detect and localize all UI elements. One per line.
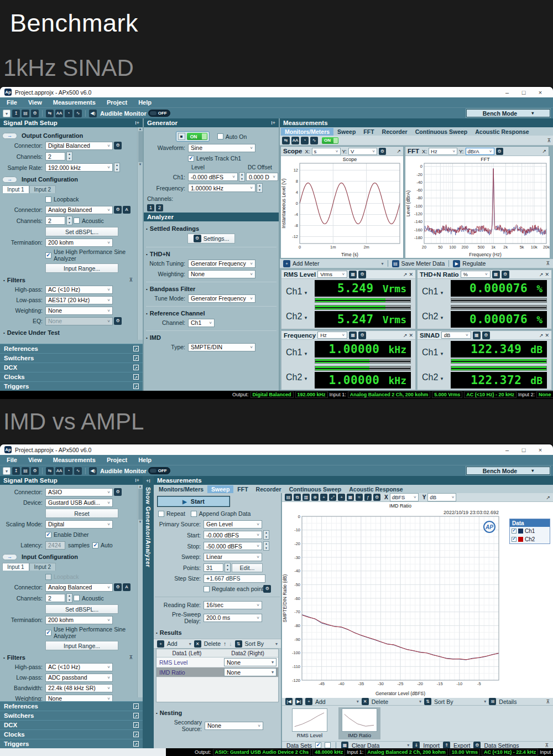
menu-item[interactable]: Help — [138, 457, 152, 463]
gear-icon[interactable]: ⚙ — [358, 332, 366, 339]
connector-select[interactable]: Analog Balanced˅ — [45, 206, 113, 214]
meter-display-icon[interactable]: ▦ — [492, 271, 500, 278]
sort-icon[interactable]: ⇅ — [235, 640, 242, 648]
frequency-select[interactable]: 1.00000 kHz˅ — [188, 184, 255, 192]
open-icon[interactable]: ↥ — [12, 110, 20, 117]
print-icon[interactable]: ▥ — [302, 494, 310, 501]
results-table-row[interactable]: RMS LevelNone▾ — [156, 657, 278, 667]
audible-monitor-toggle[interactable]: OFF — [148, 467, 170, 474]
measurement-tab[interactable]: Monitors/Meters — [155, 485, 207, 493]
notch-tuning-select[interactable]: Generator Frequency˅ — [188, 260, 255, 268]
eq-select[interactable]: None˅ — [45, 317, 113, 325]
sweep-select[interactable]: Linear˅ — [204, 553, 262, 561]
collapse-icon[interactable]: ⊼ — [129, 277, 133, 283]
gear-icon[interactable]: ⚙ — [114, 317, 122, 325]
minimize-button[interactable]: – — [499, 447, 515, 453]
add-icon[interactable]: + — [157, 640, 164, 648]
legend-item[interactable]: Ch2 — [510, 535, 550, 543]
add-meter-button[interactable]: Add Meter — [293, 260, 319, 267]
nav-last-icon[interactable]: ▶| — [295, 698, 302, 705]
low-pass-select[interactable]: ADC passband˅ — [45, 674, 113, 682]
pin-icon[interactable]: ⊼ — [546, 261, 550, 266]
meter-unit-select[interactable]: dB˅ — [441, 332, 471, 339]
meter-unit-select[interactable]: %˅ — [461, 271, 491, 278]
type-select[interactable]: SMPTE/DIN˅ — [188, 343, 255, 351]
sort-by-button[interactable]: Sort By — [245, 640, 264, 647]
reading-rate-select[interactable]: 16/sec˅ — [204, 601, 262, 609]
gear-icon[interactable]: ⚙ — [263, 585, 271, 593]
collapse-icon[interactable]: ⊼ — [129, 655, 133, 660]
checkbox-auto-on[interactable]: Auto On — [217, 133, 247, 140]
save-icon[interactable]: ▤ — [285, 494, 292, 501]
channel-button-1[interactable]: 1 — [147, 204, 154, 211]
settings-icon[interactable]: ⚙ — [31, 467, 39, 475]
sidebar-section-bar[interactable]: Clocks↗ — [0, 729, 143, 739]
sidebar-section-bar[interactable]: DCX↗ — [0, 363, 143, 372]
sidebar-section-bar[interactable]: Switchers↗ — [0, 353, 143, 363]
data2-select[interactable]: None▾ — [224, 658, 276, 666]
audible-monitor-toggle[interactable]: OFF — [148, 110, 170, 117]
start-button[interactable]: ▶Start — [157, 496, 230, 507]
sidebar-section-bar[interactable]: References↗ — [0, 344, 143, 353]
table-icon[interactable]: ▦ — [347, 494, 354, 501]
gear-icon[interactable]: ⚙ — [114, 583, 122, 591]
popout-icon[interactable]: ↗ — [133, 703, 139, 709]
generator-on-toggle[interactable]: ■ON — [176, 131, 210, 142]
popout-icon[interactable]: ↗ — [133, 355, 139, 361]
popout-icon[interactable]: ↗ — [133, 384, 139, 389]
data2-select[interactable]: None▾ — [224, 668, 276, 676]
measurement-tab[interactable]: Monitors/Meters — [281, 128, 333, 136]
delete-icon[interactable]: ✕ — [194, 640, 201, 648]
monitors-on-toggle[interactable]: ON — [322, 137, 338, 144]
save-meter-data-button[interactable]: Save Meter Data — [401, 260, 445, 267]
popout-icon[interactable]: ↗ — [539, 333, 544, 338]
sort-icon[interactable]: ⇅ — [424, 698, 431, 705]
pin-icon[interactable]: Ӏ+ — [135, 478, 139, 483]
checkbox-acoustic[interactable]: Acoustic — [74, 218, 104, 224]
pin-icon[interactable]: ⊼ — [547, 138, 551, 143]
nav-first-icon[interactable]: |◀ — [285, 698, 293, 705]
swap-io-icon[interactable]: ⇆ — [46, 467, 54, 475]
graph-x-unit-select[interactable]: dBFS˅ — [390, 493, 419, 501]
pin-icon[interactable]: Ӏ+ — [135, 120, 139, 126]
secondary-source-select[interactable]: None˅ — [205, 722, 263, 730]
popout-icon[interactable]: ↗ — [133, 741, 139, 747]
meter-display-icon[interactable]: ▦ — [349, 332, 357, 339]
termination-select[interactable]: 200 kohm˅ — [45, 616, 113, 624]
popout-icon[interactable]: ↗ — [397, 148, 401, 154]
clear-data-button[interactable]: Clear Data — [352, 742, 379, 749]
weighting-select[interactable]: None˅ — [188, 270, 255, 278]
sample-rate-select[interactable]: 192.000 kHz˅ — [45, 163, 113, 172]
ch1-level-select[interactable]: -0.000 dBFS˅ — [188, 173, 238, 181]
gear-icon[interactable]: ⚙ — [358, 271, 366, 278]
fx-icon[interactable]: ƒ — [364, 494, 372, 501]
checkbox-loopback[interactable]: Loopback — [45, 196, 79, 203]
gear-icon[interactable]: ⚙ — [114, 488, 122, 496]
menu-item[interactable]: Project — [107, 457, 127, 463]
measurement-tab[interactable]: Acoustic Response — [471, 128, 533, 136]
sidebar-section-bar[interactable]: Clocks↗ — [0, 372, 143, 381]
fft-x-unit-select[interactable]: Hz˅ — [429, 148, 457, 155]
popout-icon[interactable]: ↗ — [403, 272, 408, 277]
channel-selector[interactable]: Ch1 ▾ — [286, 287, 311, 297]
meters-icon[interactable]: AA — [55, 467, 63, 475]
sidebar-section-bar[interactable]: References↗ — [0, 701, 143, 711]
spin-buttons[interactable]: ▲▼ — [225, 563, 231, 572]
spin-buttons[interactable]: ▲▼ — [263, 541, 269, 551]
channel-selector[interactable]: Ch2 ▾ — [422, 372, 447, 382]
popout-icon[interactable]: ↗ — [403, 333, 408, 338]
checkbox-loopback[interactable]: Loopback — [45, 573, 79, 580]
move-down-icon[interactable]: ↓ — [229, 640, 232, 647]
scrollbar-thumb[interactable] — [138, 131, 143, 162]
measurement-tab[interactable]: FFT — [233, 485, 252, 493]
checkbox-option[interactable]: Repeat — [158, 510, 185, 517]
speaker-icon[interactable]: ◀) — [89, 467, 97, 475]
scaling-mode-select[interactable]: Digital˅ — [45, 520, 113, 529]
spin-buttons[interactable]: ▲▼ — [114, 163, 120, 172]
dataset-checkbox-1[interactable] — [315, 742, 321, 748]
result-thumbnail-imd-ratio[interactable]: IMD Ratio — [338, 707, 380, 739]
waveform-icon[interactable]: ∿ — [74, 467, 82, 475]
measurement-tab[interactable]: Acoustic Response — [345, 485, 406, 493]
pin-icon[interactable]: ⊼ — [545, 743, 549, 748]
maximize-button[interactable]: □ — [515, 447, 532, 453]
